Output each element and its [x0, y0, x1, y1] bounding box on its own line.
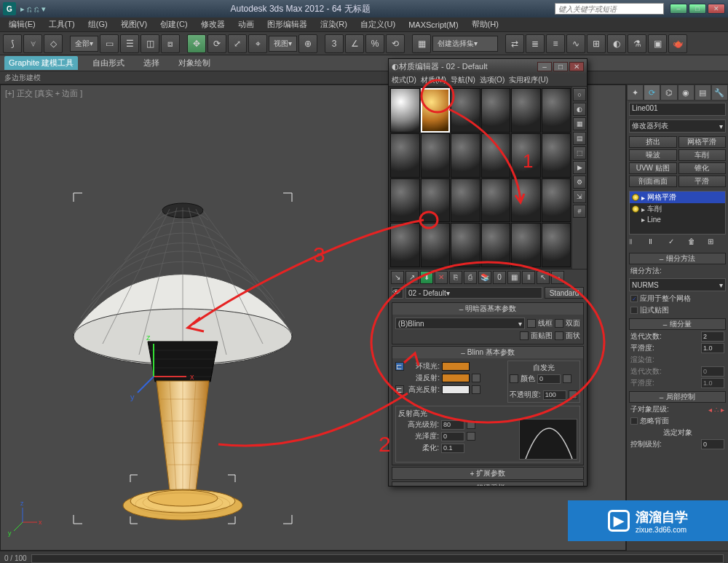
background-icon[interactable]: ▦: [573, 117, 586, 130]
make-preview-icon[interactable]: ▶: [573, 161, 586, 174]
utilities-tab-icon[interactable]: 🔧: [711, 84, 728, 101]
menu-graph-editors[interactable]: 图形编辑器: [261, 17, 313, 31]
control-level-spinner[interactable]: 0: [701, 439, 724, 449]
ribbon-graphite[interactable]: Graphite 建模工具: [4, 56, 78, 70]
motion-tab-icon[interactable]: ◉: [678, 84, 695, 101]
ignore-backface-check[interactable]: 忽略背面: [627, 415, 728, 427]
specular-map-icon[interactable]: [472, 385, 480, 394]
wire-check[interactable]: [527, 319, 536, 328]
sample-type-icon[interactable]: ○: [573, 88, 586, 101]
polygon-modeling-label[interactable]: 多边形建模: [4, 73, 41, 83]
subdiv-amount-rollout[interactable]: – 细分量: [629, 318, 726, 330]
menu-views[interactable]: 视图(V): [115, 17, 154, 31]
selection-filter[interactable]: 全部 ▾: [70, 36, 98, 52]
material-slot[interactable]: [390, 178, 420, 223]
soften-spinner[interactable]: 0.1: [441, 444, 464, 453]
gloss-map-icon[interactable]: [467, 432, 475, 441]
unlink-icon[interactable]: ⟇: [23, 34, 42, 53]
show-end-icon[interactable]: Ⅱ: [649, 237, 667, 249]
me-menu-material[interactable]: 材质(M): [421, 75, 446, 85]
smooth-button[interactable]: 平滑: [678, 176, 727, 187]
select-region-icon[interactable]: ◫: [141, 34, 159, 53]
shader-basic-header[interactable]: – 明暗器基本参数: [392, 303, 583, 315]
select-by-mat-icon[interactable]: ⇲: [573, 190, 586, 203]
ribbon-selection[interactable]: 选择: [139, 56, 164, 70]
material-slot[interactable]: [511, 88, 541, 133]
ribbon-paint[interactable]: 对象绘制: [174, 56, 215, 70]
opacity-spinner[interactable]: 100: [543, 390, 566, 400]
supersampling-rollout[interactable]: + 超级采样: [392, 481, 584, 486]
material-slot-active[interactable]: [421, 88, 451, 133]
material-slot[interactable]: [481, 88, 511, 133]
layers-icon[interactable]: ≡: [546, 34, 565, 53]
render-smooth-spinner[interactable]: 1.0: [701, 378, 724, 388]
material-slot[interactable]: [421, 133, 451, 178]
menu-customize[interactable]: 自定义(U): [355, 17, 401, 31]
make-unique-icon[interactable]: ✓: [668, 237, 687, 249]
matid-channel-icon[interactable]: 0: [493, 271, 506, 284]
menu-render[interactable]: 渲染(R): [314, 17, 353, 31]
render-frame-icon[interactable]: ▣: [648, 34, 667, 53]
smoothness-spinner[interactable]: 1.0: [701, 343, 724, 353]
diffuse-map-icon[interactable]: [472, 374, 480, 382]
local-control-rollout[interactable]: – 局部控制: [629, 391, 726, 403]
me-menu-utilities[interactable]: 实用程序(U): [509, 75, 548, 85]
ambient-lock-icon[interactable]: ⊏: [395, 362, 404, 371]
remove-mod-icon[interactable]: 🗑: [688, 237, 706, 249]
menu-maxscript[interactable]: MAXScript(M): [403, 19, 464, 31]
percent-snap-icon[interactable]: %: [365, 34, 384, 53]
material-slot[interactable]: [511, 133, 541, 178]
mirror-icon[interactable]: ⇄: [505, 34, 524, 53]
face-map-check[interactable]: [520, 331, 529, 340]
slice-button[interactable]: 剖面画面: [629, 176, 677, 187]
render-icon[interactable]: 🫖: [668, 34, 687, 53]
maximize-button[interactable]: □: [689, 4, 706, 14]
scale-icon[interactable]: ⤢: [228, 34, 247, 53]
bind-icon[interactable]: ◇: [44, 34, 63, 53]
menu-help[interactable]: 帮助(H): [466, 17, 505, 31]
align-icon[interactable]: ≣: [526, 34, 545, 53]
material-slot[interactable]: [451, 178, 480, 223]
go-parent-icon[interactable]: ↖: [537, 271, 550, 284]
hierarchy-tab-icon[interactable]: ⌬: [660, 84, 677, 101]
stack-meshsmooth[interactable]: ▸网格平滑: [630, 192, 725, 203]
put-to-scene-icon[interactable]: ↗: [405, 271, 419, 284]
move-icon[interactable]: ✥: [187, 34, 206, 53]
material-editor-titlebar[interactable]: ◐ 材质编辑器 - 02 - Default – □ ✕: [389, 59, 587, 74]
spinner-snap-icon[interactable]: ⟲: [386, 34, 405, 53]
material-slot[interactable]: [421, 178, 451, 223]
iterations-spinner[interactable]: 2: [701, 331, 724, 342]
modifier-list-dropdown[interactable]: 修改器列表▾: [629, 119, 726, 133]
go-sibling-icon[interactable]: ↔: [551, 271, 564, 284]
make-unique-icon[interactable]: ⎙: [464, 271, 477, 284]
selfillum-map-icon[interactable]: [563, 374, 571, 383]
noise-button[interactable]: 噪波: [629, 149, 677, 161]
material-slot[interactable]: [542, 178, 571, 223]
me-menu-navigation[interactable]: 导航(N): [451, 75, 475, 85]
menu-tools[interactable]: 工具(T): [43, 17, 81, 31]
schematic-icon[interactable]: ⊞: [587, 34, 606, 53]
assign-to-sel-icon[interactable]: ⬇: [420, 271, 433, 284]
window-crossing-icon[interactable]: ⧈: [161, 34, 180, 53]
render-iter-spinner[interactable]: 0: [701, 366, 724, 377]
me-menu-options[interactable]: 选项(O): [480, 75, 505, 85]
faceted-check[interactable]: [555, 331, 563, 340]
subdiv-method-rollout[interactable]: – 细分方法: [629, 253, 726, 264]
ambient-color-swatch[interactable]: [442, 362, 470, 371]
two-sided-check[interactable]: [555, 319, 563, 328]
backlight-icon[interactable]: ◐: [573, 103, 586, 116]
meshsmooth-button[interactable]: 网格平滑: [678, 136, 727, 148]
bulb-icon[interactable]: [632, 194, 639, 201]
angle-snap-icon[interactable]: ∠: [345, 34, 364, 53]
selfillum-color-check[interactable]: [510, 374, 518, 383]
material-slot[interactable]: [421, 223, 451, 267]
selfillum-spinner[interactable]: 0: [537, 374, 561, 384]
lathe-button[interactable]: 车削: [678, 149, 727, 161]
menu-animation[interactable]: 动画: [232, 17, 260, 31]
reset-map-icon[interactable]: ✕: [435, 271, 448, 284]
rotate-icon[interactable]: ⟳: [207, 34, 226, 53]
subdiv-method-dropdown[interactable]: NURMS▾: [629, 278, 726, 291]
matid-icon[interactable]: #: [573, 205, 586, 218]
named-selection-sets[interactable]: 创建选择集 ▾: [432, 36, 498, 52]
modifier-stack[interactable]: ▸网格平滑 ▸车削 ▸Line: [629, 191, 726, 235]
